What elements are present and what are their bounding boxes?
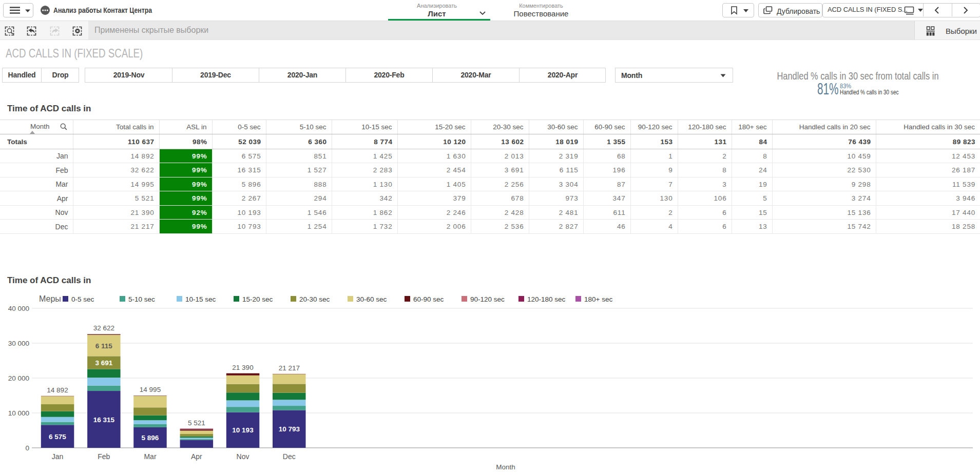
svg-text:5 521: 5 521: [188, 419, 205, 427]
svg-text:15-20 sec: 15-20 sec: [242, 295, 273, 303]
svg-text:21 390: 21 390: [232, 364, 253, 371]
svg-text:14 995: 14 995: [140, 386, 161, 393]
svg-text:Month: Month: [496, 463, 515, 471]
svg-text:10 193: 10 193: [232, 426, 254, 434]
svg-text:Меры: Меры: [39, 294, 61, 303]
svg-text:30-60 sec: 30-60 sec: [356, 295, 387, 303]
svg-text:Dec: Dec: [283, 452, 296, 461]
svg-text:Feb: Feb: [98, 452, 110, 461]
svg-text:180+ sec: 180+ sec: [584, 295, 612, 303]
svg-text:6 575: 6 575: [49, 433, 66, 441]
svg-text:10 000: 10 000: [8, 409, 29, 417]
svg-text:120-180 sec: 120-180 sec: [527, 295, 566, 303]
svg-text:Apr: Apr: [191, 452, 202, 461]
svg-text:5-10 sec: 5-10 sec: [128, 295, 155, 303]
svg-text:20 000: 20 000: [8, 374, 29, 382]
svg-text:90-120 sec: 90-120 sec: [470, 295, 505, 303]
svg-text:60-90 sec: 60-90 sec: [413, 295, 444, 303]
svg-text:5 896: 5 896: [142, 434, 159, 442]
svg-text:Nov: Nov: [237, 452, 249, 461]
svg-text:30 000: 30 000: [8, 340, 29, 347]
svg-text:0-5 sec: 0-5 sec: [71, 295, 94, 303]
svg-text:10 793: 10 793: [279, 425, 300, 433]
svg-text:3 691: 3 691: [95, 359, 112, 367]
svg-text:6 115: 6 115: [95, 342, 113, 350]
svg-text:10-15 sec: 10-15 sec: [185, 295, 216, 303]
svg-text:21 217: 21 217: [279, 364, 300, 372]
svg-text:40 000: 40 000: [8, 305, 29, 312]
svg-text:16 315: 16 315: [93, 416, 115, 424]
svg-text:14 892: 14 892: [47, 386, 68, 394]
svg-text:20-30 sec: 20-30 sec: [299, 295, 330, 303]
svg-text:32 622: 32 622: [93, 324, 114, 332]
svg-text:Jan: Jan: [52, 452, 64, 461]
svg-text:0: 0: [25, 444, 29, 452]
svg-text:Mar: Mar: [144, 452, 156, 461]
